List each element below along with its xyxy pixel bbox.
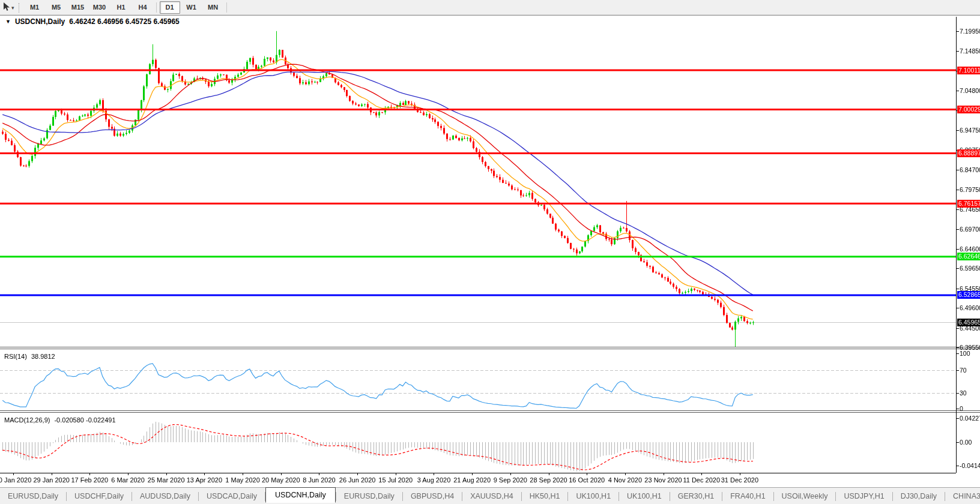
price-tick-label: 6.64600 <box>960 245 980 253</box>
hline-price-tag: 6.88897 <box>957 149 980 157</box>
toolbar: ▾ M1M5M15M30H1H4D1W1MN <box>0 0 980 16</box>
timeframe-button-w1[interactable]: W1 <box>181 1 202 14</box>
tab-china300-h1[interactable]: CHINA300,H1 <box>945 489 980 503</box>
timeframe-button-h4[interactable]: H4 <box>133 1 153 14</box>
toolbar-grip[interactable] <box>19 3 20 13</box>
tab-gbpusd-h4[interactable]: GBPUSD,H4 <box>403 489 462 503</box>
timeframe-button-m30[interactable]: M30 <box>89 1 110 14</box>
timeframe-button-m5[interactable]: M5 <box>46 1 67 14</box>
cursor-icon <box>2 2 10 14</box>
price-tick-label: 6.94750 <box>960 127 980 134</box>
hline-price-tag: 7.00029 <box>957 106 980 113</box>
chart-ohlc-values: 6.46242 6.46956 6.45725 6.45965 <box>69 17 180 26</box>
price-tick-label: 6.49600 <box>960 304 980 311</box>
timeframe-button-m15[interactable]: M15 <box>68 1 88 14</box>
tab-ger30-h1[interactable]: GER30,H1 <box>670 489 722 503</box>
rsi-label: RSI(14) <box>4 353 27 360</box>
macd-axis-label: -0.04148 <box>960 462 980 469</box>
timeframe-buttons: M1M5M15M30H1H4D1W1MN <box>24 1 229 14</box>
macd-panel-label: MACD(12,26,9) -0.020580 -0.022491 <box>4 416 116 424</box>
tab-audusd-daily[interactable]: AUDUSD,Daily <box>132 489 198 503</box>
tab-usdcad-daily[interactable]: USDCAD,Daily <box>199 489 265 503</box>
rsi-axis-label: 70 <box>960 367 980 374</box>
rsi-axis-label: 100 <box>960 350 980 357</box>
tab-hk50-h1[interactable]: HK50,H1 <box>522 489 568 503</box>
rsi-value: 38.9812 <box>31 353 55 360</box>
tab-usdchf-daily[interactable]: USDCHF,Daily <box>67 489 132 503</box>
chevron-down-icon[interactable]: ▾ <box>11 5 14 11</box>
rsi-axis-label: 0 <box>960 405 980 412</box>
tab-eurusd-daily[interactable]: EURUSD,Daily <box>336 489 402 503</box>
hline-price-tag: 6.62646 <box>957 253 980 260</box>
toolbar-separator <box>226 2 227 13</box>
macd-axis-label: 0.00 <box>960 439 980 446</box>
price-tick-label: 6.59650 <box>960 265 980 272</box>
macd-label: MACD(12,26,9) <box>4 416 50 424</box>
tab-usoil-weekly[interactable]: USOil,Weekly <box>774 489 836 503</box>
price-tick-label: 7.14850 <box>960 47 980 55</box>
timeframe-button-m1[interactable]: M1 <box>25 1 45 14</box>
timeframe-button-h1[interactable]: H1 <box>111 1 132 14</box>
rsi-panel-label: RSI(14) 38.9812 <box>4 353 55 360</box>
timeframe-button-d1[interactable]: D1 <box>160 1 180 14</box>
price-tick-label: 7.19950 <box>960 28 980 35</box>
hline-price-tag: 7.10011 <box>957 67 980 74</box>
tab-usdcnh-daily[interactable]: USDCNH,Daily <box>265 487 336 503</box>
price-tick-label: 6.84700 <box>960 166 980 173</box>
tab-usdjpy-h1[interactable]: USDJPY,H1 <box>836 489 892 503</box>
mt4-window: { "toolbar": { "timeframes": ["M1","M5",… <box>0 0 980 504</box>
macd-values: -0.020580 -0.022491 <box>54 416 115 424</box>
date-label: 31 Dec 2020 <box>715 476 765 484</box>
symbol-tab-bar: EURUSD,DailyUSDCHF,DailyAUDUSD,DailyUSDC… <box>0 487 980 504</box>
tab-fra40-h1[interactable]: FRA40,H1 <box>722 489 773 503</box>
chart-title: ▼ USDCNH,Daily 6.46242 6.46956 6.45725 6… <box>5 17 183 26</box>
current-price-tag: 6.45965 <box>957 319 980 326</box>
tab-uk100-h1[interactable]: UK100,H1 <box>619 489 670 503</box>
hline-price-tag: 6.52865 <box>957 291 980 299</box>
timeframe-button-mn[interactable]: MN <box>203 1 223 14</box>
macd-axis-label: 0.042275 <box>960 415 980 422</box>
tab-xauusd-h4[interactable]: XAUUSD,H4 <box>462 489 521 503</box>
price-chart-canvas[interactable] <box>0 0 980 504</box>
price-tick-label: 7.04800 <box>960 87 980 94</box>
chart-symbol-label: USDCNH,Daily <box>15 17 65 26</box>
price-tick-label: 6.69700 <box>960 226 980 233</box>
tab-eurusd-daily[interactable]: EURUSD,Daily <box>0 489 66 503</box>
price-tick-label: 6.79750 <box>960 186 980 193</box>
tab-dj30-daily[interactable]: DJ30,Daily <box>893 489 945 503</box>
hline-price-tag: 6.76157 <box>957 200 980 208</box>
tab-uk100-h1[interactable]: UK100,H1 <box>568 489 619 503</box>
toolbar-separator <box>156 2 157 13</box>
symbol-dropdown-icon[interactable]: ▼ <box>5 18 11 25</box>
cursor-tool-button[interactable]: ▾ <box>2 2 14 14</box>
rsi-axis-label: 30 <box>960 389 980 397</box>
